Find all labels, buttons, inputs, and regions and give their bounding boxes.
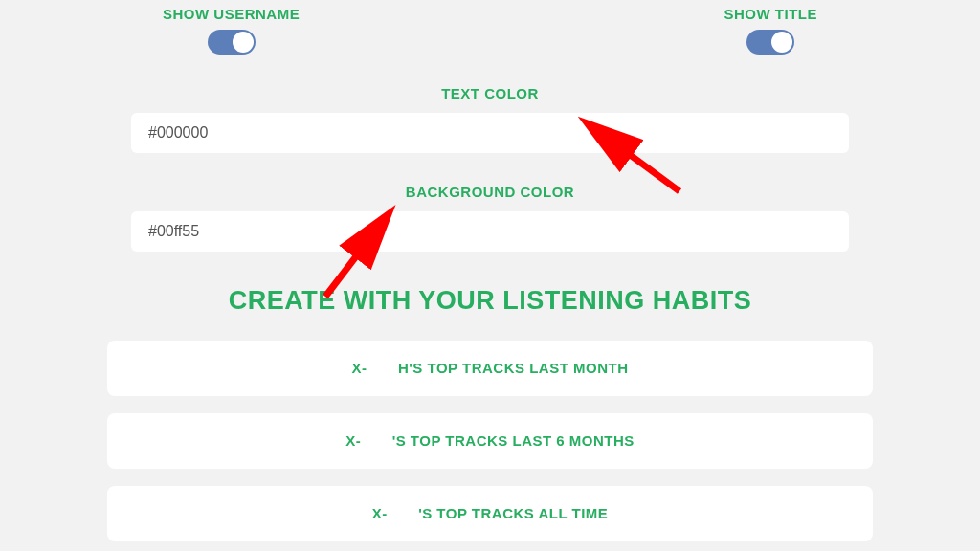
option-rest: 'S TOP TRACKS ALL TIME [418,505,608,521]
option-top-tracks-month[interactable]: X- H'S TOP TRACKS LAST MONTH [107,341,873,396]
show-username-group: SHOW USERNAME [163,6,300,55]
text-color-label: TEXT COLOR [96,85,884,101]
option-top-tracks-6months[interactable]: X- 'S TOP TRACKS LAST 6 MONTHS [107,413,873,469]
option-prefix: X- [352,360,368,376]
toggle-knob [233,32,254,53]
show-title-label: SHOW TITLE [724,6,818,22]
option-rest: H'S TOP TRACKS LAST MONTH [398,360,629,376]
show-username-toggle[interactable] [208,30,256,55]
toggle-knob [771,32,792,53]
option-rest: 'S TOP TRACKS LAST 6 MONTHS [392,432,635,449]
text-color-input[interactable] [131,113,849,153]
show-username-label: SHOW USERNAME [163,6,300,22]
option-top-tracks-alltime[interactable]: X- 'S TOP TRACKS ALL TIME [107,486,873,541]
toggles-row: SHOW USERNAME SHOW TITLE [96,6,884,55]
create-heading: CREATE WITH YOUR LISTENING HABITS [96,286,884,316]
option-prefix: X- [372,505,388,521]
background-color-input[interactable] [131,211,849,252]
show-title-toggle[interactable] [746,30,794,55]
option-prefix: X- [345,432,361,449]
background-color-label: BACKGROUND COLOR [96,184,884,200]
show-title-group: SHOW TITLE [724,6,818,55]
